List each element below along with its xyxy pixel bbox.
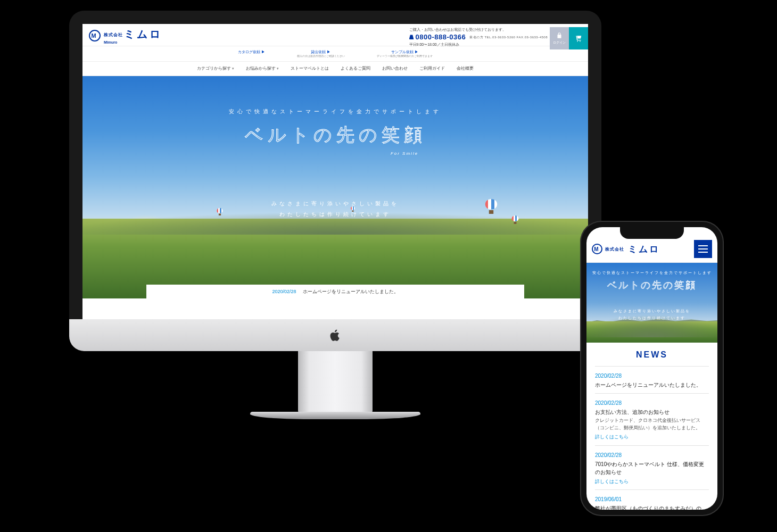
brand-kabushiki: 株式会社: [104, 32, 123, 37]
desktop-header: M 株式会社ミムロ Mimuro ご購入・お問い合わせはお電話でも受け付けており…: [82, 24, 588, 46]
news-heading: NEWS: [595, 350, 709, 360]
contact-phone-side: 業者の方 TEL.03-3633-5260 FAX.03-3633-4508: [469, 35, 548, 39]
brand-sub: Mimuro: [104, 40, 162, 44]
news-body: クレジットカード、クロネコ代金後払いサービス（コンビニ、郵便局払い）を追加いたし…: [595, 417, 709, 431]
news-date: 2020/02/28: [595, 399, 709, 407]
brand-name: ミムロ: [628, 243, 660, 255]
cart-button[interactable]: [569, 27, 588, 49]
apple-logo-icon: [328, 328, 342, 342]
hero-for-smile: For Smile: [391, 151, 418, 156]
nav-company[interactable]: 会社概要: [457, 65, 474, 71]
hero-news-bar[interactable]: 2020/02/28 ホームページをリニューアルいたしました。: [146, 285, 524, 298]
hero-land: [586, 321, 717, 343]
iphone-mockup: M 株式会社ミムロ 安心で快適なストーマーライフを全力でサポートします ベルトの…: [580, 221, 724, 516]
nav-guide[interactable]: ご利用ガイド: [419, 65, 445, 71]
lock-icon: [556, 32, 563, 39]
news-item: 2020/02/28 ホームページをリニューアルいたしました。: [595, 366, 709, 393]
brand-badge-icon: M: [89, 30, 101, 41]
header-contact: ご購入・お問い合わせはお電話でも受け付けております。 0800-888-0366…: [409, 27, 550, 47]
news-more-link[interactable]: 詳しくはこちら: [595, 478, 709, 486]
news-item: 2020/02/28 7010やわらかストーマベルト 仕様、価格変更のお知らせ …: [595, 445, 709, 490]
newsbar-date: 2020/02/28: [272, 289, 296, 294]
imac-chin: [69, 319, 601, 351]
mobile-news: NEWS 2020/02/28 ホームページをリニューアルいたしました。 202…: [586, 343, 717, 510]
contact-phone[interactable]: 0800-888-0366 業者の方 TEL.03-3633-5260 FAX.…: [409, 32, 548, 42]
hero-subtitle: 安心で快適なストーマーライフを全力でサポートします: [82, 108, 588, 115]
brand-badge-icon: M: [592, 244, 602, 254]
hero-sub2: みなさまに寄り添いやさしい製品を わたしたちは作り続けています: [586, 308, 717, 321]
news-item: 2019/06/01 弊社が墨田区（ものづくりのまちすみだ）のPICKUP企業に…: [595, 489, 709, 510]
desktop-viewport: M 株式会社ミムロ Mimuro ご購入・お問い合わせはお電話でも受け付けており…: [82, 24, 588, 319]
nav-concern[interactable]: お悩みから探す: [246, 65, 279, 71]
desktop-mainnav: カテゴリから探す お悩みから探す ストーマベルトとは よくあるご質問 お問い合わ…: [82, 62, 588, 76]
login-button[interactable]: ログイン: [550, 27, 569, 49]
news-item: 2020/02/28 お支払い方法、追加のお知らせ クレジットカード、クロネコ代…: [595, 393, 709, 445]
mobile-hero: 安心で快適なストーマーライフを全力でサポートします ベルトの先の笑顔 みなさまに…: [586, 263, 717, 343]
desktop-hero: 安心で快適なストーマーライフを全力でサポートします ベルトの先の笑顔 For S…: [82, 76, 588, 298]
cart-icon: [575, 35, 582, 42]
news-more-link[interactable]: 詳しくはこちら: [595, 434, 709, 441]
nav-faq[interactable]: よくあるご質問: [341, 65, 370, 71]
hero-text: 安心で快適なストーマーライフを全力でサポートします ベルトの先の笑顔: [586, 270, 717, 292]
hero-title: ベルトの先の笑顔: [586, 279, 717, 292]
hamburger-icon: [698, 245, 708, 246]
nav-contact[interactable]: お問い合わせ: [382, 65, 408, 71]
hero-subtitle: 安心で快適なストーマーライフを全力でサポートします: [586, 270, 717, 276]
nav-category[interactable]: カテゴリから探す: [197, 65, 234, 71]
news-title[interactable]: お支払い方法、追加のお知らせ: [595, 408, 709, 416]
contact-hours: 平日9:00〜18:00／土日祝休み: [409, 42, 548, 47]
mobile-viewport: M 株式会社ミムロ 安心で快適なストーマーライフを全力でサポートします ベルトの…: [586, 227, 717, 510]
imac-mockup: M 株式会社ミムロ Mimuro ご購入・お問い合わせはお電話でも受け付けており…: [69, 11, 601, 419]
brand-kabushiki: 株式会社: [605, 246, 624, 252]
news-date: 2019/06/01: [595, 495, 709, 503]
subnav-sample[interactable]: サンプル依頼 ▶ ディーラー様及び医療関係の方ご利用できます: [377, 50, 433, 57]
subnav-catalog[interactable]: カタログ依頼 ▶: [238, 50, 265, 57]
nav-about-belt[interactable]: ストーマベルトとは: [291, 65, 329, 71]
news-date: 2020/02/28: [595, 372, 709, 380]
imac-stand-foot: [250, 412, 420, 419]
menu-button[interactable]: [694, 240, 712, 258]
newsbar-text: ホームページをリニューアルいたしました。: [303, 288, 399, 295]
brand-name: ミムロ: [124, 28, 162, 40]
contact-note: ご購入・お問い合わせはお電話でも受け付けております。: [409, 27, 548, 32]
imac-bezel: M 株式会社ミムロ Mimuro ご購入・お問い合わせはお電話でも受け付けており…: [69, 11, 601, 351]
news-date: 2020/02/28: [595, 451, 709, 459]
brand-logo[interactable]: M 株式会社ミムロ Mimuro: [89, 27, 162, 44]
brand-logo[interactable]: M 株式会社ミムロ: [592, 243, 660, 255]
hero-title: ベルトの先の笑顔: [82, 123, 588, 147]
desktop-subnav: カタログ依頼 ▶ 貸出依頼 ▶ 個人の方は販売代理店にご相談ください サンプル依…: [82, 46, 588, 62]
news-title[interactable]: 弊社が墨田区（ものづくりのまちすみだ）のPICKUP企業に掲載されました。: [595, 504, 709, 510]
iphone-notch: [620, 227, 684, 239]
news-title[interactable]: ホームページをリニューアルいたしました。: [595, 381, 709, 389]
imac-stand-neck: [298, 350, 373, 414]
hero-text: 安心で快適なストーマーライフを全力でサポートします ベルトの先の笑顔 For S…: [82, 108, 588, 157]
news-title[interactable]: 7010やわらかストーマベルト 仕様、価格変更のお知らせ: [595, 460, 709, 476]
hero-sub2: みなさまに寄り添いやさしい製品を わたしたちは作り続けています: [82, 198, 588, 220]
subnav-lending[interactable]: 貸出依頼 ▶ 個人の方は販売代理店にご相談ください: [297, 50, 345, 57]
